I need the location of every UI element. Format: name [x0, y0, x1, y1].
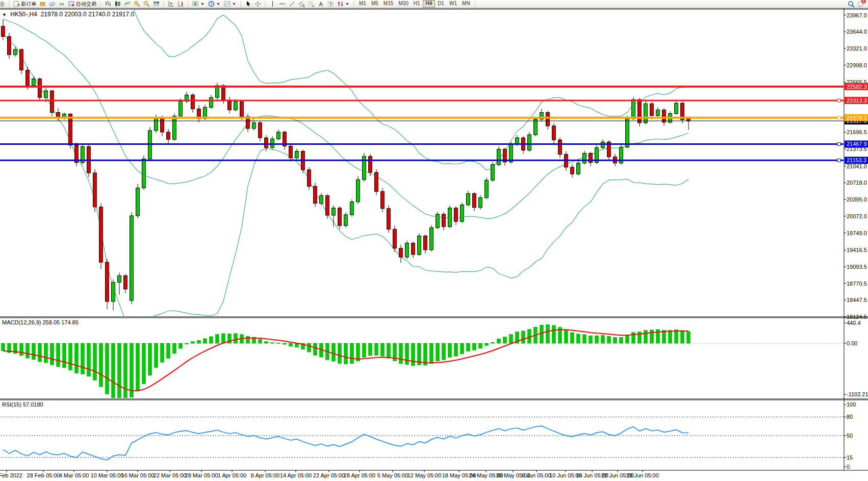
- tab-timeframe-m30[interactable]: M30: [396, 0, 411, 7]
- crosshair-button[interactable]: [253, 1, 263, 8]
- chart-menu-arrow-icon[interactable]: ▼: [2, 12, 7, 17]
- time-axis[interactable]: 22 Feb 202228 Feb 05:004 Mar 05:0010 Mar…: [0, 470, 659, 478]
- chart-candles-button[interactable]: [113, 1, 122, 8]
- price-tag-label: 21467.9: [847, 141, 867, 147]
- toolbar-separator: [240, 1, 241, 7]
- arrows-tool-button[interactable]: [336, 1, 351, 8]
- cloud-icon: [49, 1, 56, 7]
- tile-windows-button[interactable]: [151, 1, 161, 8]
- vertical-line-button[interactable]: [268, 1, 277, 8]
- price-tag-label: 22582.3: [847, 84, 867, 90]
- equidistant-channel-button[interactable]: E: [297, 1, 307, 8]
- channel-icon: E: [298, 1, 305, 7]
- market-button[interactable]: [38, 1, 47, 8]
- toolbar-right-group: 1: [848, 1, 868, 7]
- crosshair-icon: [254, 1, 261, 7]
- line-chart-icon: [124, 1, 131, 7]
- line-handle[interactable]: [837, 116, 840, 119]
- time-tick-label: 5 May 05:00: [377, 472, 409, 478]
- price-tag-label: 22313.3: [847, 97, 867, 104]
- time-tick-label: 28 Apr 05:00: [344, 472, 375, 478]
- rsi-line: [3, 426, 688, 460]
- signals-button[interactable]: [57, 1, 67, 8]
- fibonacci-icon: F: [308, 1, 315, 7]
- time-tick-label: 22 Feb 2022: [0, 472, 22, 478]
- price-tag-label: 21979.1: [847, 115, 867, 121]
- market-icon: [39, 1, 46, 7]
- zoom-in-button[interactable]: [132, 1, 142, 8]
- vertical-line-icon: [269, 1, 276, 7]
- auto-scroll-button[interactable]: [166, 1, 176, 8]
- rsi-pane: [1, 417, 844, 460]
- indicators-button[interactable]: [191, 1, 207, 8]
- tab-timeframe-h1[interactable]: H1: [411, 0, 423, 7]
- tab-timeframe-m15[interactable]: M15: [381, 0, 396, 7]
- tab-timeframe-m1[interactable]: M1: [356, 0, 369, 7]
- chart-canvas[interactable]: 23967.023644.023321.022998.022665.521696…: [0, 0, 868, 481]
- price-tick-label: 20718.0: [847, 180, 867, 186]
- chart-shift-button[interactable]: [176, 1, 186, 8]
- zoom-out-button[interactable]: [142, 1, 151, 8]
- price-tick-label: 18447.5: [847, 297, 867, 303]
- text-tool-button[interactable]: A: [316, 1, 326, 8]
- chevron-down-icon[interactable]: [233, 3, 236, 5]
- chart-line-button[interactable]: [122, 1, 132, 8]
- tab-timeframe-w1[interactable]: W1: [447, 0, 459, 7]
- chart-symbol-period: HK50-,H4: [10, 11, 37, 18]
- notifications-icon[interactable]: 1: [857, 1, 864, 7]
- chart-bars-button[interactable]: [103, 1, 113, 8]
- tab-timeframe-h4[interactable]: H4: [423, 0, 436, 8]
- toolbar-separator: [265, 1, 266, 7]
- time-tick-label: 1 Apr 05:00: [218, 472, 246, 478]
- new-order-button[interactable]: 新订单: [12, 1, 38, 8]
- horizontal-level-lines[interactable]: [0, 87, 844, 162]
- autotrading-button[interactable]: 自动交易: [67, 1, 98, 8]
- autotrading-label: 自动交易: [76, 1, 96, 8]
- price-tick-label: 19093.5: [847, 264, 867, 270]
- chart-ohlc-values: 21978.0 22003.0 21740.0 21917.0: [41, 11, 135, 18]
- tile-windows-icon: [153, 1, 160, 7]
- price-tick-label: 18124.5: [847, 314, 867, 320]
- price-tick-label: 20072.0: [847, 213, 867, 219]
- periods-button[interactable]: [207, 1, 222, 8]
- line-handle[interactable]: [837, 99, 840, 102]
- line-handle[interactable]: [837, 159, 840, 162]
- zoom-in-icon: [134, 1, 140, 7]
- trendline-icon: [289, 1, 295, 7]
- rsi-tick-label: 80: [847, 414, 853, 420]
- time-tick-label: 6 Jun 05:00: [522, 472, 551, 478]
- price-tick-label: 18770.5: [847, 281, 867, 287]
- fibonacci-button[interactable]: F: [307, 1, 316, 8]
- tab-timeframe-d1[interactable]: D1: [435, 0, 447, 7]
- text-label-button[interactable]: T: [326, 1, 336, 8]
- svg-text:T: T: [329, 2, 333, 7]
- price-axis[interactable]: 23967.023644.023321.022998.022665.521696…: [844, 12, 868, 470]
- tab-timeframe-m5[interactable]: M5: [369, 0, 381, 7]
- price-tick-label: 19749.0: [847, 230, 867, 236]
- line-handle[interactable]: [837, 142, 840, 145]
- community-button[interactable]: [47, 1, 57, 8]
- price-tick-label: 21696.5: [847, 129, 867, 135]
- horizontal-line-button[interactable]: [277, 1, 287, 8]
- toolbar-separator: [475, 1, 476, 7]
- macd-pane: [1, 324, 844, 398]
- time-tick-label: 28 Feb 05:00: [27, 472, 60, 478]
- time-tick-label: 10 Mar 05:00: [91, 472, 124, 478]
- horizontal-line-icon: [279, 1, 286, 7]
- templates-button[interactable]: [222, 1, 238, 8]
- trendline-button[interactable]: [287, 1, 297, 8]
- arrows-icon: [337, 1, 344, 7]
- price-tick-label: 23967.0: [847, 12, 867, 18]
- search-icon[interactable]: [848, 1, 854, 7]
- new-order-icon: [13, 1, 20, 7]
- chart-header: ▼ HK50-,H4 21978.0 22003.0 21740.0 21917…: [2, 11, 134, 18]
- toolbar-separator: [9, 1, 10, 7]
- price-tick-label: 21041.0: [847, 163, 867, 169]
- cursor-button[interactable]: [243, 1, 253, 8]
- chevron-down-icon[interactable]: [346, 3, 349, 5]
- new-order-label: 新订单: [21, 1, 36, 8]
- candlesticks: [2, 19, 691, 310]
- chevron-down-icon[interactable]: [217, 3, 220, 5]
- tab-timeframe-mn[interactable]: MN: [459, 0, 473, 7]
- chevron-down-icon[interactable]: [201, 3, 204, 5]
